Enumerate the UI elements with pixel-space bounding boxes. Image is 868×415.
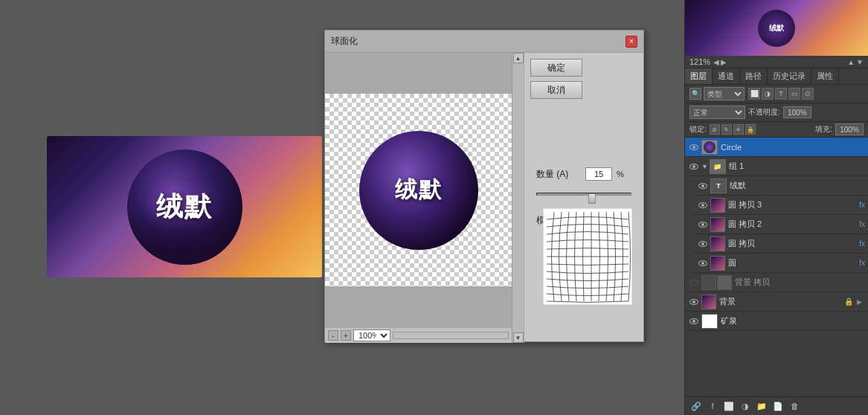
filter-shape-icon[interactable]: ▭ <box>788 88 800 100</box>
thumbnail-image: 绒默 <box>685 0 868 56</box>
layer-kq-visibility[interactable] <box>688 315 700 327</box>
layer-bg-visibility[interactable] <box>688 296 700 308</box>
layer-bg-lock-icon: 🔒 <box>844 297 853 306</box>
bg-layer-extra-icon[interactable]: ▶ <box>853 296 865 308</box>
tabs-row: 图层 通道 路径 历史记录 属性 <box>685 68 868 85</box>
layer-yuan2-name: 圆 拷贝 2 <box>728 219 857 230</box>
hscroll-track[interactable] <box>393 332 509 339</box>
layer-yuan-copy2[interactable]: 圆 拷贝 2 fx <box>694 215 868 234</box>
layer-yuan-copy-thumb-a <box>710 237 725 251</box>
layer-text-zuomo[interactable]: T 绒默 <box>694 176 868 196</box>
preview-circle-text: 绒默 <box>395 175 443 205</box>
layer-bg-copy-thumb-b <box>717 275 732 290</box>
preview-zoom-bar: - + 100% <box>325 327 512 343</box>
lock-icons-group: ⊘ ✎ ✛ 🔒 <box>710 124 756 135</box>
layer-zuomo-name: 绒默 <box>730 180 865 191</box>
new-layer-button[interactable]: 📄 <box>771 399 785 413</box>
zoom-arrows: ◀ ▶ <box>713 58 727 66</box>
tab-channels[interactable]: 通道 <box>713 68 740 84</box>
layer-bg-copy-thumb-a <box>701 275 716 290</box>
zoom-plus-button[interactable]: + <box>341 330 351 341</box>
group1-collapse-arrow[interactable]: ▼ <box>701 163 708 170</box>
fill-input[interactable] <box>835 123 864 135</box>
layer-yuan3-name: 圆 拷贝 3 <box>728 199 857 210</box>
lock-move-icon[interactable]: ✛ <box>733 124 744 135</box>
slider-thumb[interactable] <box>588 193 596 204</box>
layer-circle[interactable]: Circle <box>685 138 868 157</box>
filter-adjustment-icon[interactable]: ◑ <box>762 88 774 100</box>
tab-paths[interactable]: 路径 <box>740 68 768 84</box>
zoom-decrease-arrow[interactable]: ◀ <box>713 58 719 66</box>
confirm-button[interactable]: 确定 <box>530 59 582 77</box>
tab-layers[interactable]: 图层 <box>685 68 713 84</box>
layer-bg-name: 背景 <box>719 296 842 307</box>
zoom-bar: 121% ◀ ▶ ▲ ▼ <box>685 56 868 68</box>
panel-down-arrow[interactable]: ▼ <box>856 58 864 66</box>
lock-paint-icon[interactable]: ✎ <box>721 124 732 135</box>
new-group-button[interactable]: 📁 <box>755 399 768 413</box>
layer-bg-copy-visibility[interactable] <box>688 277 700 289</box>
layer-yuan3-visibility[interactable] <box>697 199 709 211</box>
amount-input[interactable]: 15 <box>585 167 612 181</box>
layer-yuan3-thumb <box>710 198 725 213</box>
blend-mode-select[interactable]: 正常 <box>689 106 745 119</box>
layer-bg-copy-name: 背景 拷贝 <box>735 277 865 288</box>
zoom-minus-button[interactable]: - <box>328 330 338 341</box>
layer-bg-arrow: ▶ <box>857 298 862 306</box>
layer-kuangquan[interactable]: 矿泉 <box>685 312 868 331</box>
lock-transparent-icon[interactable]: ⊘ <box>710 124 720 135</box>
blend-mode-row: 正常 不透明度: <box>685 103 868 122</box>
preview-main-canvas: 绒默 <box>325 94 512 286</box>
link-layers-button[interactable]: 🔗 <box>689 399 703 413</box>
layer-yuan-copy-fx: fx <box>859 239 865 248</box>
tab-history[interactable]: 历史记录 <box>768 68 811 84</box>
layer-group1-visibility[interactable] <box>688 161 700 173</box>
search-icon[interactable]: 🔍 <box>689 88 701 100</box>
layer-yuan[interactable]: 圆 fx <box>694 254 868 273</box>
layer-yuan-copy-thumb <box>710 237 725 251</box>
layer-yuan-copy3[interactable]: 圆 拷贝 3 fx <box>694 196 868 215</box>
zoom-level-text: 121% <box>689 57 710 66</box>
filter-type-select[interactable]: 类型 <box>704 87 745 100</box>
zoom-select[interactable]: 100% <box>353 329 390 341</box>
scroll-up-arrow[interactable]: ▲ <box>513 53 524 63</box>
opacity-input[interactable] <box>783 106 811 118</box>
canvas-circle-text: 绒默 <box>156 189 213 225</box>
filter-text-icon[interactable]: T <box>775 88 787 100</box>
eye-icon-group1 <box>689 164 698 170</box>
filter-smart-icon[interactable]: ⊙ <box>802 88 814 100</box>
right-panel: 绒默 121% ◀ ▶ ▲ ▼ 图层 通道 路径 历史记录 属性 🔍 类型 ⬜ … <box>684 0 868 415</box>
filter-pixel-icon[interactable]: ⬜ <box>748 88 760 100</box>
layer-yuan-visibility[interactable] <box>697 257 709 269</box>
add-adjustment-button[interactable]: ◑ <box>739 399 752 413</box>
layer-yuan-copy[interactable]: 圆 拷贝 fx <box>694 234 868 254</box>
layer-group1[interactable]: ▼ 📁 组 1 <box>685 157 868 176</box>
tab-properties[interactable]: 属性 <box>811 68 839 84</box>
panel-up-arrow[interactable]: ▲ <box>847 58 855 66</box>
delete-layer-button[interactable]: 🗑 <box>788 399 801 413</box>
layer-circle-thumb <box>701 140 718 155</box>
dialog-close-button[interactable]: × <box>626 36 637 48</box>
layer-kq-name: 矿泉 <box>721 315 865 326</box>
amount-slider[interactable] <box>536 193 631 205</box>
canvas-image: 绒默 <box>47 136 322 277</box>
add-style-button[interactable]: f <box>706 399 719 413</box>
preview-scrollbar[interactable]: ▲ ▼ <box>512 53 524 343</box>
layer-yuan2-visibility[interactable] <box>697 219 709 231</box>
cancel-button[interactable]: 取消 <box>530 81 582 99</box>
layer-background[interactable]: 背景 🔒 ▶ <box>685 292 868 312</box>
thumbnail-circle-text: 绒默 <box>769 23 784 33</box>
layer-zuomo-visibility[interactable] <box>697 180 709 192</box>
eye-icon-yuan-copy <box>698 241 707 247</box>
eye-icon-yuan2 <box>698 222 707 228</box>
dialog-preview-area: 绒默 - + 100% ▲ ▼ <box>325 53 524 343</box>
scroll-down-arrow[interactable]: ▼ <box>513 332 524 343</box>
zoom-increase-arrow[interactable]: ▶ <box>721 58 727 66</box>
layer-yuan-copy-visibility[interactable] <box>697 238 709 250</box>
lock-all-icon[interactable]: 🔒 <box>745 124 756 135</box>
layer-kq-thumb <box>701 314 718 329</box>
layer-circle-visibility[interactable] <box>688 141 700 153</box>
add-mask-button[interactable]: ⬜ <box>722 399 736 413</box>
preview-circle: 绒默 <box>359 131 478 250</box>
layer-bg-copy[interactable]: 背景 拷贝 <box>685 273 868 292</box>
